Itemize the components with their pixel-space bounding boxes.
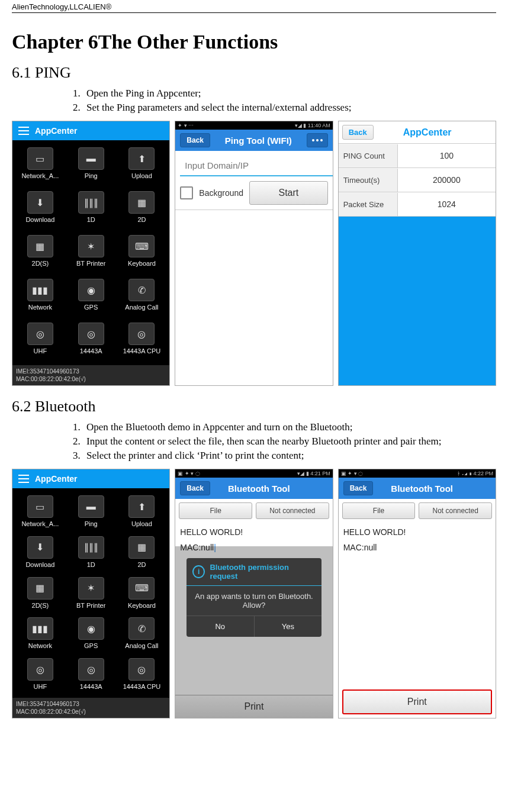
ping-settings-titlebar: Back AppCenter (339, 121, 496, 143)
app-label: Network_A... (21, 520, 59, 527)
step-item: Open the Bluetooth demo in Appcenter and… (83, 421, 496, 433)
hamburger-icon[interactable] (18, 475, 29, 483)
app-icon: ✶ (78, 235, 104, 257)
appcenter-item[interactable]: ⬆Upload (117, 495, 168, 533)
bluetooth-textarea[interactable]: HELLO WORLD! MAC:null (339, 523, 496, 687)
app-icon: ⌨ (128, 235, 155, 257)
more-icon[interactable] (307, 133, 328, 147)
appcenter-item[interactable]: ◉GPS (66, 617, 117, 655)
app-icon: ⬇ (27, 191, 53, 214)
app-label: 2D (137, 561, 146, 568)
bluetooth-textarea[interactable]: HELLO WORLD! MAC:null i Bluetooth permis… (175, 523, 332, 695)
back-button[interactable]: Back (180, 481, 210, 495)
status-right: ▾◢ ▮ 4:21 PM (297, 471, 330, 476)
app-icon: ◎ (128, 323, 155, 345)
appcenter-item[interactable]: ◎14443A (66, 323, 117, 363)
appcenter-item[interactable]: ▬Ping (66, 147, 117, 188)
timeout-value[interactable]: 200000 (398, 168, 496, 192)
appcenter-item[interactable]: ⬆Upload (117, 147, 168, 188)
appcenter-item[interactable]: ▭Network_A... (15, 495, 66, 533)
appcenter-item[interactable]: ▦2D(S) (15, 235, 66, 275)
appcenter-item[interactable]: ▭Network_A... (15, 147, 66, 188)
appcenter-item[interactable]: ▮▮▮Network (15, 279, 66, 319)
app-label: 2D(S) (32, 260, 49, 267)
appcenter-item[interactable]: ⬇Download (15, 536, 66, 573)
yes-button[interactable]: Yes (255, 616, 322, 637)
app-icon: ▮▮▮ (27, 279, 53, 301)
screenshot-ping-settings: Back AppCenter PING Count 100 Timeout(s)… (338, 121, 496, 386)
app-icon: ▭ (27, 147, 53, 170)
app-label: GPS (84, 642, 98, 649)
app-icon: ◎ (128, 658, 155, 681)
file-button[interactable]: File (179, 502, 252, 519)
imei-text: IMEI:353471044960173 (16, 368, 166, 375)
timeout-label: Timeout(s) (339, 169, 398, 192)
appcenter-item[interactable]: ▬Ping (66, 495, 117, 533)
appcenter-item[interactable]: ▦2D (117, 536, 168, 573)
appcenter-item[interactable]: ◎14443A CPU (117, 323, 168, 363)
appcenter-item[interactable]: ✆Analog Call (117, 279, 168, 319)
appcenter-item[interactable]: ◎14443A CPU (117, 658, 168, 695)
app-label: UHF (34, 683, 47, 690)
bluetooth-titlebar: Back Bluetooth Tool (339, 478, 496, 499)
hamburger-icon[interactable] (18, 127, 29, 135)
back-button[interactable]: Back (343, 481, 374, 495)
connection-button[interactable]: Not connected (419, 502, 492, 519)
app-icon: ◉ (78, 617, 104, 640)
app-label: GPS (84, 304, 98, 311)
ping-controls-row: Background Start (175, 181, 332, 210)
dialog-message: An app wants to turn on Bluetooth. Allow… (187, 586, 321, 616)
back-button[interactable]: Back (342, 125, 374, 140)
appcenter-item[interactable]: ✶BT Printer (66, 235, 117, 275)
app-icon: ▦ (27, 577, 53, 600)
appcenter-item[interactable]: ⌨Keyboard (117, 577, 168, 614)
appcenter-item[interactable]: ◎14443A (66, 658, 117, 695)
step-item: Set the Ping parameters and select the i… (83, 102, 496, 114)
bluetooth-title: Bluetooth Tool (391, 484, 453, 494)
imei-text: IMEI:353471044960173 (16, 700, 166, 708)
print-button-highlighted[interactable]: Print (342, 689, 492, 714)
pingtool-title: Ping Tool (WIFI) (225, 136, 292, 146)
appcenter-item[interactable]: ∥∥∥1D (66, 191, 117, 231)
file-button[interactable]: File (342, 502, 416, 519)
appcenter-item[interactable]: ◎UHF (15, 323, 66, 363)
app-label: 1D (87, 561, 95, 568)
app-icon: ▬ (78, 495, 104, 518)
app-icon: ✶ (78, 577, 104, 600)
appcenter-item[interactable]: ∥∥∥1D (66, 536, 117, 573)
app-icon: ▦ (128, 191, 155, 214)
android-statusbar: ▣ ✦ ▾ ◌ ▾◢ ▮ 4:21 PM (175, 469, 332, 478)
appcenter-item[interactable]: ⬇Download (15, 191, 66, 231)
appcenter-item[interactable]: ▦2D (117, 191, 168, 231)
section-6-1-steps: Open the Ping in Appcenter; Set the Ping… (83, 88, 496, 114)
appcenter-item[interactable]: ◉GPS (66, 279, 117, 319)
app-label: Analog Call (125, 642, 158, 649)
back-button[interactable]: Back (180, 133, 210, 147)
status-left: ▣ ✦ ▾ ◌ (341, 471, 364, 476)
status-left: ▣ ✦ ▾ ◌ (178, 471, 200, 476)
app-label: Analog Call (125, 304, 158, 311)
appcenter-item[interactable]: ⌨Keyboard (117, 235, 168, 275)
appcenter-item[interactable]: ▮▮▮Network (15, 617, 66, 655)
connection-button[interactable]: Not connected (256, 502, 329, 519)
start-button[interactable]: Start (249, 181, 328, 205)
no-button[interactable]: No (187, 616, 255, 637)
background-checkbox[interactable] (180, 186, 193, 199)
text-line: HELLO WORLD! (180, 527, 327, 537)
packet-size-value[interactable]: 1024 (398, 192, 496, 216)
android-statusbar: ▣ ✦ ▾ ◌ ᚼ ▾◢ ▮ 4:22 PM (339, 469, 496, 478)
appcenter-item[interactable]: ◎UHF (15, 658, 66, 695)
appcenter-item[interactable]: ✆Analog Call (117, 617, 168, 655)
appcenter-item[interactable]: ▦2D(S) (15, 577, 66, 614)
table-row: Packet Size 1024 (339, 192, 496, 217)
text-line: HELLO WORLD! (343, 527, 491, 537)
app-icon: ◎ (78, 323, 104, 345)
domain-ip-input[interactable] (180, 156, 333, 176)
ping-count-value[interactable]: 100 (398, 144, 496, 167)
app-label: UHF (34, 347, 47, 355)
app-icon: ⬆ (128, 147, 155, 170)
dialog-title: i Bluetooth permission request (187, 558, 321, 586)
screenshot-appcenter: AppCenter ▭Network_A...▬Ping⬆Upload⬇Down… (12, 469, 170, 718)
appcenter-footer: IMEI:353471044960173 MAC:00:08:22:00:42:… (12, 365, 169, 385)
appcenter-item[interactable]: ✶BT Printer (66, 577, 117, 614)
